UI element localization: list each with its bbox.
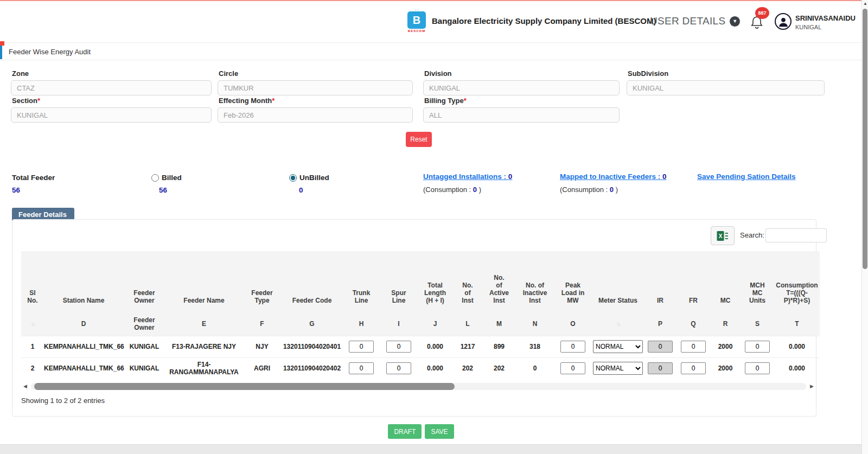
avatar[interactable] [775, 13, 792, 30]
mapped-inactive-feeders-link[interactable]: Mapped to Inactive Feeders : 0 [560, 172, 667, 181]
search-input[interactable] [765, 228, 827, 242]
cell-feeder-code: 1320110904020401 [282, 336, 342, 357]
scroll-left-arrow-icon[interactable]: ◀ [23, 383, 27, 389]
column-header: No. of Inactive Inst [516, 251, 554, 312]
column-key: Feeder Owner [123, 312, 165, 336]
cell-station-name: KEMPANAHALLI_TMK_66 [44, 336, 123, 357]
column-header: Peak Load in MW [554, 251, 592, 312]
unbilled-radio[interactable] [289, 174, 297, 182]
fr-input[interactable] [681, 341, 706, 353]
column-header: FR [676, 251, 710, 312]
untagged-consumption: (Consumption : 0 ) [423, 186, 481, 194]
spur-line-input[interactable] [386, 341, 411, 353]
billed-radio[interactable] [151, 174, 159, 182]
table-subheader-row: ↑↓ D Feeder Owner E F G H I J L M N O ↑↓… [21, 312, 820, 336]
spur-line-input[interactable] [386, 362, 411, 374]
mch-mc-units-input[interactable] [745, 362, 770, 374]
user-location: KUNIGAL [795, 24, 856, 30]
cell-feeder-code: 1320110904020402 [282, 357, 342, 379]
user-name: SRINIVASANAIDU [795, 14, 856, 22]
table-row: 1 KEMPANAHALLI_TMK_66 KUNIGAL F13-RAJAGE… [21, 336, 820, 357]
cell-consumption: 0.000 [774, 336, 820, 357]
cell-feeder-type: AGRI [242, 357, 282, 379]
billing-type-label: Billing Type* [424, 97, 467, 105]
notification-badge: 887 [755, 7, 769, 19]
ir-input[interactable] [648, 341, 673, 353]
effecting-month-field[interactable] [218, 107, 413, 123]
cell-sl-no: 1 [21, 336, 44, 357]
column-header: Feeder Code [282, 251, 342, 312]
table-header-row: Sl No. Station Name Feeder Owner Feeder … [21, 251, 820, 312]
peak-load-input[interactable] [560, 362, 585, 374]
vertical-scrollbar[interactable]: ▲ [861, 0, 868, 454]
untagged-installations-link[interactable]: Untagged Installations : 0 [423, 172, 512, 181]
peak-load-input[interactable] [560, 341, 585, 353]
cell-total-length: 0.000 [417, 336, 453, 357]
draft-button[interactable]: DRAFT [388, 424, 422, 439]
user-details-menu[interactable]: USER DETAILS ▼ [650, 15, 740, 27]
column-header: Feeder Name [165, 251, 242, 312]
ir-input[interactable] [648, 362, 673, 374]
column-key: G [282, 312, 342, 336]
table-row: 2 KEMPANAHALLI_TMK_66 KUNIGAL F14-RANGAM… [21, 357, 820, 379]
user-info: SRINIVASANAIDU KUNIGAL [795, 14, 856, 30]
save-pending-station-details-link[interactable]: Save Pending Sation Details [697, 172, 796, 181]
column-header: IR [644, 251, 676, 312]
meter-status-select[interactable]: NORMAL [593, 362, 643, 375]
table-toolbar: X Search: [21, 226, 815, 250]
zone-field[interactable] [11, 80, 212, 95]
scroll-right-arrow-icon[interactable]: ▶ [810, 383, 814, 389]
hscroll-thumb[interactable] [34, 383, 455, 390]
total-feeder-value: 56 [12, 186, 20, 194]
cell-feeder-name: F14-RANGAMMANAPALYA [165, 357, 242, 379]
feeder-details-card: X Search: Sl No. Station Name Feeder Own… [12, 219, 816, 417]
column-header: No. of Inst [453, 251, 482, 312]
column-key: ↑↓ [21, 312, 44, 336]
column-key: O [554, 312, 592, 336]
column-key: N [516, 312, 554, 336]
cell-total-length: 0.000 [417, 357, 453, 379]
column-header: Trunk Line [342, 251, 380, 312]
column-key: ↑↓ [592, 312, 644, 336]
column-key: I [380, 312, 417, 336]
meter-status-select[interactable]: NORMAL [593, 340, 643, 353]
column-key: E [165, 312, 242, 336]
mapped-consumption: (Consumption : 0 ) [560, 186, 618, 194]
sort-icon[interactable]: ↑↓ [616, 321, 620, 327]
fr-input[interactable] [681, 362, 706, 374]
column-key: Q [676, 312, 710, 336]
billing-type-field[interactable] [423, 107, 620, 123]
circle-field[interactable] [218, 80, 413, 95]
person-icon [777, 16, 789, 28]
bescom-logo-icon: ~ ~ B BESCOM [407, 8, 426, 34]
scroll-up-arrow-icon[interactable]: ▲ [863, 1, 867, 6]
column-header: Consumption T=(((Q- P)*R)+S) [774, 251, 820, 312]
title-accent-bar [0, 44, 2, 59]
column-header: No. of Active Inst [482, 251, 516, 312]
cell-feeder-name: F13-RAJAGERE NJY [165, 336, 242, 357]
brand: ~ ~ B BESCOM Bangalore Electricity Suppl… [407, 8, 656, 34]
column-header: Total Length (H + I) [417, 251, 453, 312]
reset-button[interactable]: Reset [406, 132, 432, 147]
cell-mc: 2000 [710, 336, 741, 357]
save-button[interactable]: SAVE [425, 424, 454, 439]
unbilled-value: 0 [299, 186, 303, 194]
column-key: S [741, 312, 774, 336]
division-field[interactable] [423, 80, 620, 95]
feeder-table: Sl No. Station Name Feeder Owner Feeder … [21, 251, 820, 379]
column-key: M [482, 312, 516, 336]
export-excel-button[interactable]: X [711, 226, 735, 245]
trunk-line-input[interactable] [349, 341, 374, 353]
cell-consumption: 0.000 [774, 357, 820, 379]
mch-mc-units-input[interactable] [745, 341, 770, 353]
sort-icon[interactable]: ↑↓ [31, 321, 34, 327]
trunk-line-input[interactable] [349, 362, 374, 374]
subdivision-field[interactable] [627, 80, 825, 95]
cell-mc: 2000 [710, 357, 741, 379]
billed-value: 56 [159, 186, 167, 194]
cell-no-of-inst: 202 [453, 357, 482, 379]
cell-feeder-owner: KUNIGAL [123, 336, 165, 357]
section-field[interactable] [11, 107, 212, 123]
cell-no-of-inactive-inst: 0 [516, 357, 554, 379]
vscroll-thumb[interactable] [863, 9, 867, 269]
